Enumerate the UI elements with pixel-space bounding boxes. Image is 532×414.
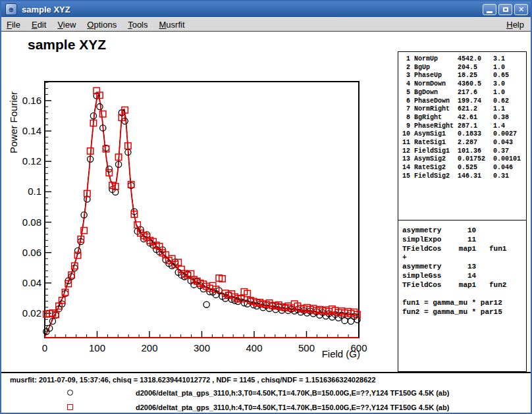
parameter-row: 6 PhaseDown 199.74 0.62	[402, 97, 526, 106]
menu-tools[interactable]: Tools	[128, 20, 147, 30]
parameter-row: 13 AsymSig2 0.01752 0.00101	[402, 155, 526, 164]
menu-options[interactable]: Options	[87, 20, 117, 30]
minimize-icon	[487, 11, 492, 13]
title-bar[interactable]: ⊕ sample XYZ ✕	[1, 1, 531, 17]
x-axis-title: Field (G)	[322, 348, 360, 359]
svg-text:0.1: 0.1	[28, 186, 41, 197]
maximize-button[interactable]	[498, 4, 512, 15]
svg-text:500: 500	[298, 342, 315, 353]
fit-info-text: musrfit: 2011-07-09, 15:37:46, chisq = 1…	[10, 376, 376, 384]
parameter-panel: 1 NormUp 4542.0 3.1 2 BgUp 204.5 1.0 3 P…	[398, 52, 526, 220]
legend-circle-icon	[67, 390, 73, 396]
fit-curve-red	[45, 96, 359, 338]
app-window: ⊕ sample XYZ ✕ FileEditViewOptionsToolsM…	[0, 0, 532, 414]
y-axis-title: Power Fourier	[8, 91, 19, 153]
close-icon: ✕	[518, 6, 524, 13]
svg-text:300: 300	[194, 342, 210, 353]
svg-text:0: 0	[42, 342, 47, 353]
status-area: musrfit: 2011-07-09, 15:37:46, chisq = 1…	[1, 372, 531, 413]
svg-text:0.14: 0.14	[22, 125, 41, 136]
svg-text:0.12: 0.12	[22, 155, 41, 167]
menu-musrfit[interactable]: Musrfit	[159, 20, 185, 30]
parameter-row: 5 BgDown 217.6 1.0	[402, 89, 526, 97]
close-button[interactable]: ✕	[514, 4, 528, 15]
parameter-row: 9 PhaseRight 287.1 1.4	[402, 122, 526, 131]
svg-text:400: 400	[246, 342, 262, 353]
root-canvas[interactable]: sample XYZ 0.020.040.060.080.10.120.140.…	[1, 32, 396, 372]
svg-text:0.06: 0.06	[22, 247, 41, 258]
menu-help[interactable]: Help	[506, 20, 524, 30]
menu-bar: FileEditViewOptionsToolsMusrfitHelp	[1, 17, 531, 32]
legend-label: d2006/deltat_pta_gps_3110,h:4,T0=4.50K,T…	[136, 403, 449, 411]
svg-text:0.16: 0.16	[22, 95, 41, 106]
parameter-row: 12 FieldSig1 101.36 0.37	[402, 147, 526, 156]
plot-canvas: sample XYZ 0.020.040.060.080.10.120.140.…	[1, 32, 531, 372]
legend-row: d2006/deltat_pta_gps_3110,h:4,T0=4.50K,T…	[1, 403, 531, 414]
legend-row: d2006/deltat_pta_gps_3110,h:3,T0=4.50K,T…	[1, 388, 531, 400]
window-title: sample XYZ	[22, 5, 483, 14]
minimize-button[interactable]	[483, 4, 496, 15]
fit-curve-dashed-black	[45, 95, 359, 336]
svg-text:100: 100	[89, 342, 105, 353]
parameter-row: 4 NormDown 4360.5 3.0	[402, 80, 526, 89]
legend-square-icon	[67, 404, 73, 410]
parameter-row: 7 NormRight 621.2 1.1	[402, 105, 526, 114]
parameter-row: 14 RateSig2 0.525 0.046	[402, 164, 526, 172]
side-panel: 1 NormUp 4542.0 3.1 2 BgUp 204.5 1.0 3 P…	[398, 51, 527, 372]
plot-title: sample XYZ	[28, 37, 106, 52]
theory-panel: asymmetry 10 simplExpo 11 TFieldCos map1…	[398, 220, 526, 317]
series-circles-markers	[43, 93, 360, 334]
svg-text:0.02: 0.02	[22, 307, 41, 319]
legend-label: d2006/deltat_pta_gps_3110,h:3,T0=4.50K,T…	[136, 389, 449, 397]
parameter-row: 3 PhaseUp 18.25 0.65	[402, 72, 526, 80]
parameter-row: 8 BgRight 42.61 0.38	[402, 114, 526, 122]
svg-text:200: 200	[141, 342, 157, 353]
maximize-icon	[503, 7, 508, 12]
menu-file[interactable]: File	[7, 20, 20, 30]
parameter-row: 15 FieldSig2 146.31 0.31	[402, 172, 526, 181]
parameter-row: 1 NormUp 4542.0 3.1	[402, 55, 526, 64]
axis-ticks	[45, 82, 359, 338]
app-logo-icon: ⊕	[5, 3, 17, 15]
parameter-row: 10 AsymSig1 0.1833 0.0027	[402, 130, 526, 139]
svg-text:0.04: 0.04	[22, 277, 41, 288]
menu-edit[interactable]: Edit	[32, 20, 46, 30]
parameter-row: 2 BgUp 204.5 1.0	[402, 64, 526, 72]
svg-text:0.08: 0.08	[22, 217, 41, 228]
window-controls: ✕	[483, 4, 528, 15]
menu-view[interactable]: View	[57, 20, 76, 30]
parameter-row: 11 RateSig1 2.287 0.043	[402, 139, 526, 147]
